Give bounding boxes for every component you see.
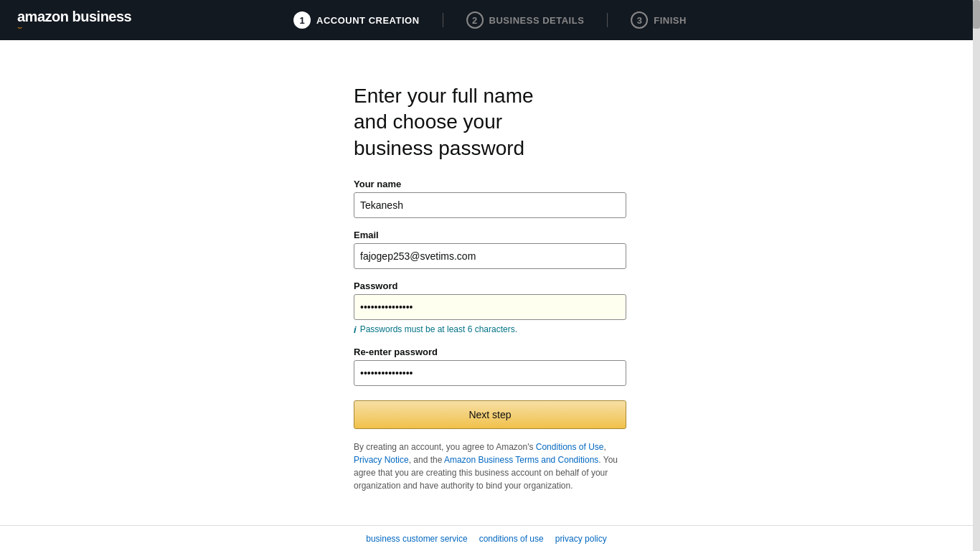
step-2: 2 BUSINESS DETAILS (466, 11, 585, 29)
footer: business customer service conditions of … (0, 525, 973, 551)
logo-text: amazon business (17, 9, 131, 24)
footer-conditions-link[interactable]: conditions of use (479, 534, 544, 544)
reenter-label: Re-enter password (354, 347, 626, 357)
scrollbar-thumb[interactable] (973, 0, 980, 29)
step-2-number: 2 (472, 15, 477, 26)
scrollbar[interactable] (973, 0, 980, 551)
email-input[interactable] (354, 243, 626, 269)
email-label: Email (354, 230, 626, 240)
main-content: Enter your full nameand choose yourbusin… (0, 40, 980, 535)
step-3-number: 3 (637, 15, 642, 26)
step-3-circle: 3 (631, 11, 648, 29)
site-header: amazon business ⌣ 1 ACCOUNT CREATION 2 B… (0, 0, 980, 40)
password-label: Password (354, 281, 626, 291)
email-field-group: Email (354, 230, 626, 269)
step-2-label: BUSINESS DETAILS (489, 15, 585, 26)
name-field-group: Your name (354, 179, 626, 218)
step-divider-2 (607, 13, 608, 27)
footer-privacy-link[interactable]: privacy policy (555, 534, 607, 544)
step-1-label: ACCOUNT CREATION (316, 15, 420, 26)
legal-mid1: , (604, 442, 606, 452)
business-terms-link[interactable]: Amazon Business Terms and Conditions (444, 455, 598, 465)
legal-mid2: , and the (409, 455, 444, 465)
step-3: 3 FINISH (631, 11, 687, 29)
password-field-group: Password i Passwords must be at least 6 … (354, 281, 626, 335)
step-1: 1 ACCOUNT CREATION (293, 11, 420, 29)
step-2-circle: 2 (466, 11, 484, 29)
name-input[interactable] (354, 192, 626, 218)
info-icon: i (354, 324, 357, 335)
legal-pre: By creating an account, you agree to Ama… (354, 442, 536, 452)
reenter-field-group: Re-enter password (354, 347, 626, 386)
footer-business-service-link[interactable]: business customer service (366, 534, 467, 544)
legal-text: By creating an account, you agree to Ama… (354, 441, 626, 492)
step-1-circle: 1 (293, 11, 311, 29)
steps-nav: 1 ACCOUNT CREATION 2 BUSINESS DETAILS 3 … (293, 11, 687, 29)
step-3-label: FINISH (654, 15, 687, 26)
name-label: Your name (354, 179, 626, 189)
form-container: Enter your full nameand choose yourbusin… (354, 83, 626, 492)
password-hint: i Passwords must be at least 6 character… (354, 324, 626, 335)
password-input[interactable] (354, 294, 626, 320)
step-divider-1 (443, 13, 443, 27)
conditions-of-use-link[interactable]: Conditions of Use (536, 442, 604, 452)
logo: amazon business ⌣ (17, 9, 131, 32)
password-hint-text: Passwords must be at least 6 characters. (360, 324, 517, 334)
reenter-password-input[interactable] (354, 360, 626, 386)
privacy-notice-link[interactable]: Privacy Notice (354, 455, 409, 465)
next-step-button[interactable]: Next step (354, 400, 626, 429)
step-1-number: 1 (299, 15, 304, 26)
page-title: Enter your full nameand choose yourbusin… (354, 83, 626, 161)
